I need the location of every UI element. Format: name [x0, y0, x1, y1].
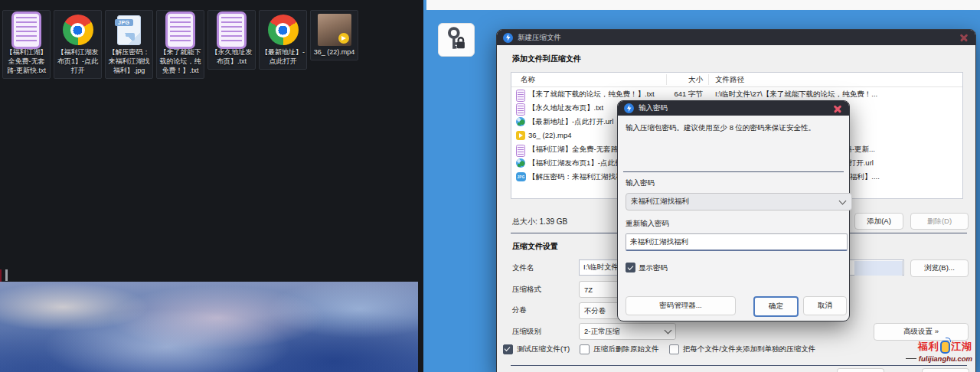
filename-input-selection [854, 260, 903, 276]
show-password-checkbox[interactable] [626, 263, 635, 272]
table-row[interactable]: 【来了就能下载的论坛，纯免费！】.txt 641 字节 I:\临时文件\27\【… [511, 87, 962, 101]
desktop-icon[interactable]: 36_ (22).mp4 [310, 10, 358, 60]
level-select[interactable]: 2-正常压缩 [579, 323, 676, 340]
desktop-icon-label: 【永久地址发布页】.txt [209, 47, 254, 66]
confirm-password-input[interactable]: 来福利江湖找福利 [626, 233, 848, 251]
password-combobox[interactable]: 来福利江湖找福利 [626, 193, 852, 210]
checkbox[interactable] [503, 344, 513, 354]
watermark: 福利 江湖 fulijianghu.com [888, 340, 972, 363]
desktop-icon-label: 【福利江湖发布页1】-点此打开 [55, 47, 100, 75]
desktop-icon[interactable]: 【福利江湖发布页1】-点此打开 [54, 10, 102, 79]
ok-button[interactable]: 确定 [753, 296, 799, 317]
format-label: 压缩格式 [512, 285, 541, 295]
options-row: 测试压缩文件(T) 压缩后删除原始文件 把每个文件/文件夹添加到单独的压缩文件 [503, 344, 815, 354]
enter-password-dialog: 输入密码 输入压缩包密码。建议使用至少 8 位的密码来保证安全性。 输入密码 来… [617, 100, 850, 321]
menu-bar [426, 0, 980, 10]
cancel-button-partial[interactable] [922, 368, 969, 372]
option-checkbox-group[interactable]: 把每个文件/文件夹添加到单独的压缩文件 [669, 344, 816, 354]
desktop-icon-label: 【最新地址】-点此打开 [260, 47, 305, 66]
checkbox[interactable] [580, 344, 590, 354]
dialog-title: 新建压缩文件 [518, 33, 959, 43]
col-size[interactable]: 大小 [649, 75, 703, 85]
wallpaper-clouds [0, 282, 418, 372]
cell-name: 36_ (22).mp4 [528, 131, 572, 139]
col-path[interactable]: 文件路径 [715, 75, 744, 85]
cell-name: 【最新地址】-点此打开.url [528, 117, 613, 127]
key-lock-icon [446, 26, 467, 54]
file-type-icon [165, 14, 195, 46]
desktop-icon[interactable]: 【最新地址】-点此打开 [259, 10, 307, 70]
level-label: 压缩级别 [512, 327, 541, 337]
password-hint: 输入压缩包密码。建议使用至少 8 位的密码来保证安全性。 [626, 122, 841, 133]
mouse-icon [940, 341, 950, 354]
text-cursor [5, 269, 8, 281]
file-type-icon [516, 90, 525, 102]
checkbox-label: 把每个文件/文件夹添加到单独的压缩文件 [683, 344, 816, 354]
desktop-icon[interactable]: JPG 【解压密码：来福利江湖找福利】.jpg [105, 10, 153, 79]
cancel-button[interactable]: 取消 [803, 296, 847, 315]
checkbox-label: 测试压缩文件(T) [517, 344, 570, 354]
archive-app-icon [503, 33, 513, 43]
file-type-icon [516, 145, 525, 157]
desktop: 【福利江湖】全免费-无套路-更新快.txt 【福利江湖发布页1】-点此打开 JP… [0, 0, 426, 372]
show-password-label: 显示密码 [639, 263, 668, 273]
password-label: 输入密码 [626, 178, 655, 188]
filename-label: 文件名 [512, 263, 534, 273]
volume-label: 分卷 [512, 305, 527, 315]
delete-button[interactable]: 删除(D) [910, 213, 969, 230]
file-type-icon [516, 131, 525, 140]
screen: 【福利江湖】全免费-无套路-更新快.txt 【福利江湖发布页1】-点此打开 JP… [0, 0, 980, 372]
dialog-title-bar[interactable]: 新建压缩文件 [497, 30, 975, 45]
advanced-settings-button[interactable]: 高级设置 » [874, 323, 969, 341]
section-add-files: 添加文件到压缩文件 [512, 54, 581, 64]
option-checkbox-group[interactable]: 测试压缩文件(T) [503, 344, 570, 354]
option-checkbox-group[interactable]: 压缩后删除原始文件 [580, 344, 659, 354]
cell-path: I:\临时文件\27\【来了就能下载的论坛，纯免费！... [715, 90, 961, 100]
desktop-icon-label: 【解压密码：来福利江湖找福利】.jpg [106, 47, 152, 75]
desktop-icon-label: 【来了就能下载的论坛，纯免费！】.txt [158, 47, 203, 75]
watermark-site: fulijianghu.com [888, 354, 972, 363]
file-type-icon [268, 14, 299, 46]
divider [511, 365, 967, 366]
cell-name: 【永久地址发布页】.txt [528, 103, 603, 113]
dialog-title-bar[interactable]: 输入密码 [618, 101, 849, 116]
desktop-icon-label: 【福利江湖】全免费-无套路-更新快.txt [4, 47, 49, 75]
file-type-icon [63, 14, 93, 46]
file-type-icon [516, 117, 525, 126]
col-name[interactable]: 名称 [521, 75, 535, 85]
file-type-icon [217, 14, 247, 46]
password-key-button[interactable] [438, 23, 475, 57]
chevron-down-icon [665, 327, 672, 334]
file-type-icon: JPG [516, 172, 526, 181]
add-button[interactable]: 添加(A) [854, 213, 903, 230]
checkbox[interactable] [669, 344, 679, 354]
chevron-down-icon [839, 197, 847, 204]
checkbox-label: 压缩后删除原始文件 [593, 344, 659, 354]
file-type-icon [318, 14, 351, 46]
confirm-password-label: 重新输入密码 [626, 219, 669, 229]
browse-button[interactable]: 浏览(B)... [910, 259, 969, 277]
desktop-icon[interactable]: 【永久地址发布页】.txt [207, 10, 256, 70]
cell-size: 641 字节 [626, 90, 703, 100]
file-type-icon: JPG [117, 14, 141, 46]
desktop-icon-row: 【福利江湖】全免费-无套路-更新快.txt 【福利江湖发布页1】-点此打开 JP… [2, 10, 358, 79]
file-type-icon [516, 103, 525, 116]
desktop-icon[interactable]: 【福利江湖】全免费-无套路-更新快.txt [2, 10, 51, 79]
table-header[interactable]: 名称 大小 文件路径 [511, 73, 962, 87]
desktop-icon-label: 36_ (22).mp4 [314, 47, 355, 57]
file-type-icon [516, 158, 525, 168]
section-archive-settings: 压缩文件设置 [512, 241, 558, 252]
total-size-label: 总大小: 1.39 GB [512, 217, 567, 227]
close-icon[interactable] [832, 104, 843, 113]
password-manager-button[interactable]: 密码管理器... [626, 296, 736, 315]
desktop-icon[interactable]: 【来了就能下载的论坛，纯免费！】.txt [156, 10, 204, 79]
ok-button-partial[interactable] [837, 368, 884, 372]
archive-app-icon [624, 103, 634, 113]
dialog-title: 输入密码 [639, 103, 832, 113]
file-type-icon [11, 14, 41, 46]
red-mark [0, 269, 2, 282]
divider [623, 171, 844, 172]
close-icon[interactable] [959, 33, 969, 42]
